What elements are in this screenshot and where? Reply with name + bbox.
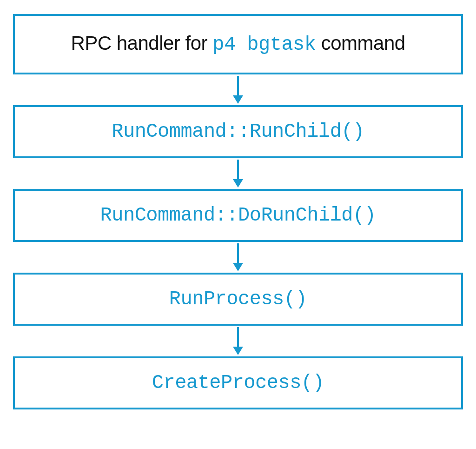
svg-marker-1: [233, 95, 243, 104]
arrow-down-icon: [231, 76, 245, 104]
node-run-child: RunCommand::RunChild(): [13, 105, 463, 158]
node-code: p4 bgtask: [212, 34, 316, 56]
svg-marker-7: [233, 347, 243, 355]
arrow: [13, 326, 463, 356]
svg-marker-3: [233, 179, 243, 188]
node-create-process: CreateProcess(): [13, 356, 463, 409]
arrow-down-icon: [231, 243, 245, 271]
arrow: [13, 158, 463, 189]
svg-marker-5: [233, 263, 243, 271]
node-do-run-child: RunCommand::DoRunChild(): [13, 189, 463, 242]
node-code: RunCommand::DoRunChild(): [100, 204, 376, 227]
node-run-process: RunProcess(): [13, 273, 463, 326]
node-code: CreateProcess(): [152, 371, 324, 395]
arrow: [13, 242, 463, 273]
node-text: RPC handler for: [71, 32, 212, 54]
arrow: [13, 74, 463, 105]
arrow-down-icon: [231, 160, 245, 188]
arrow-down-icon: [231, 327, 245, 355]
flowchart: RPC handler for p4 bgtask command RunCom…: [0, 0, 476, 449]
node-code: RunProcess(): [169, 288, 307, 311]
node-code: RunCommand::RunChild(): [112, 120, 364, 143]
node-rpc-handler: RPC handler for p4 bgtask command: [13, 14, 463, 74]
node-text: command: [316, 32, 405, 54]
